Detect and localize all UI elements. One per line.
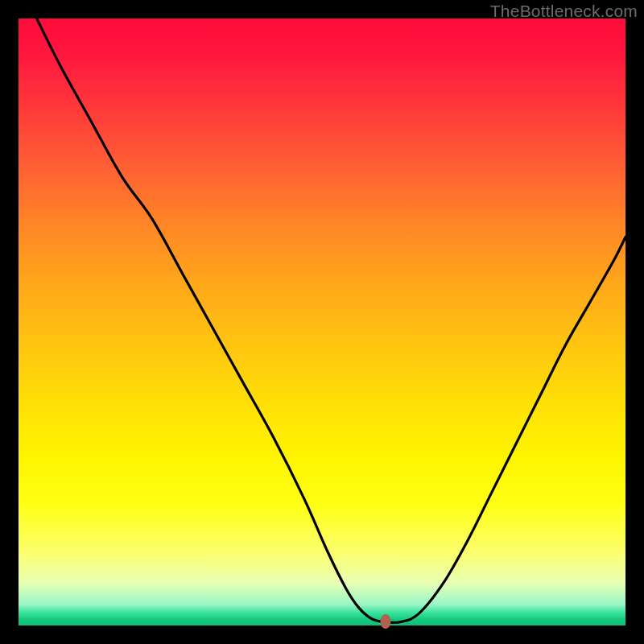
curve-svg [19,19,625,625]
bottleneck-curve [37,19,625,623]
plot-area [19,19,625,625]
chart-frame: TheBottleneck.com [0,0,644,644]
optimal-point-marker [381,614,391,629]
